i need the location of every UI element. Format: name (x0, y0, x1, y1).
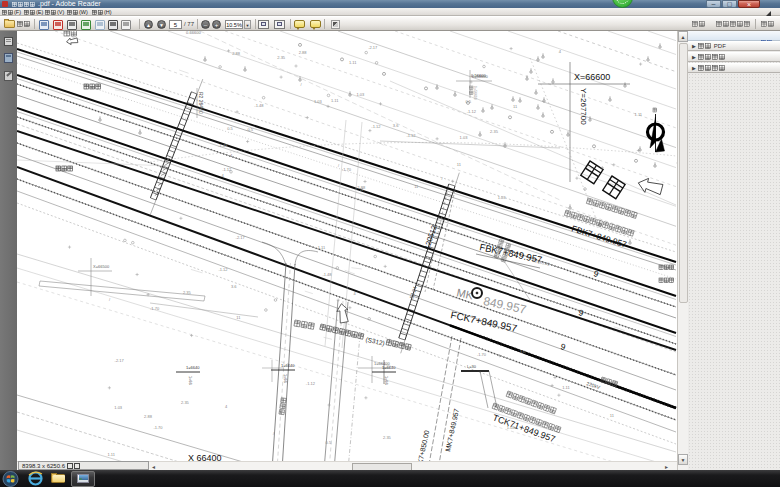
svg-text:11: 11 (457, 162, 462, 167)
svg-text:1=66: 1=66 (283, 374, 287, 383)
svg-text:3.6: 3.6 (393, 123, 399, 128)
svg-text:-1.12: -1.12 (467, 109, 477, 114)
svg-text:1.11: 1.11 (349, 60, 357, 65)
svg-text:2.35: 2.35 (383, 435, 392, 440)
svg-text:0.5: 0.5 (227, 126, 233, 131)
svg-text:9: 9 (577, 307, 584, 318)
svg-text:11: 11 (610, 413, 615, 418)
svg-text:1.11: 1.11 (331, 98, 339, 103)
svg-text:1.03: 1.03 (460, 135, 469, 140)
svg-text:1.03: 1.03 (507, 425, 516, 430)
svg-text:/: / (338, 163, 340, 168)
svg-text:1=66: 1=66 (384, 376, 388, 385)
svg-text:FBK7+849.957: FBK7+849.957 (570, 223, 628, 249)
svg-text:11: 11 (236, 315, 241, 320)
svg-text:(S312): (S312) (365, 336, 386, 348)
svg-text:L=30: L=30 (467, 364, 477, 369)
svg-text:-1.12: -1.12 (306, 381, 316, 386)
svg-text:4: 4 (559, 49, 562, 54)
svg-text:-1.48: -1.48 (218, 143, 228, 148)
svg-text:0-56600: 0-56600 (471, 73, 486, 78)
svg-text:1.11: 1.11 (107, 452, 115, 457)
svg-text:1.03: 1.03 (114, 405, 123, 410)
svg-text:Y=267700: Y=267700 (579, 88, 588, 125)
svg-text:R2 26400: R2 26400 (198, 92, 204, 114)
svg-text:849.957: 849.957 (482, 294, 528, 317)
svg-text:-2.17: -2.17 (236, 235, 246, 240)
svg-text:2.35: 2.35 (183, 290, 192, 295)
svg-text:0-66600: 0-66600 (186, 31, 201, 35)
svg-text:4: 4 (221, 173, 224, 178)
svg-text:-1.12: -1.12 (371, 124, 381, 129)
svg-text:2.88: 2.88 (299, 50, 308, 55)
svg-text:-1.48: -1.48 (254, 103, 264, 108)
svg-text:2.35: 2.35 (490, 129, 499, 134)
svg-text:-2.17: -2.17 (115, 358, 125, 363)
svg-text:-1.70: -1.70 (477, 352, 487, 357)
svg-text:/: / (300, 82, 302, 87)
svg-text:1.11: 1.11 (318, 245, 326, 250)
svg-text:MK7+849.957: MK7+849.957 (444, 408, 460, 452)
svg-text:40.163.82: 40.163.82 (532, 258, 551, 267)
svg-text:4: 4 (230, 153, 233, 158)
svg-text:2.88: 2.88 (144, 414, 153, 419)
svg-text:1=6640: 1=6640 (186, 365, 200, 370)
svg-text:-1.70: -1.70 (150, 306, 160, 311)
svg-text:2.88: 2.88 (232, 51, 241, 56)
svg-text:220kV: 220kV (586, 380, 602, 390)
svg-text:1=6640: 1=6640 (382, 365, 396, 370)
svg-text:0=56600: 0=56600 (473, 86, 477, 100)
svg-text:-1.70: -1.70 (342, 167, 352, 172)
svg-text:11: 11 (513, 104, 518, 109)
svg-text:1.03: 1.03 (498, 195, 507, 200)
svg-text:1.03: 1.03 (356, 92, 365, 97)
svg-text:0.5: 0.5 (247, 127, 253, 132)
svg-text:3.6: 3.6 (231, 284, 237, 289)
svg-text:X=66500: X=66500 (93, 264, 110, 269)
svg-text:/: / (442, 176, 444, 181)
svg-text:1=6640: 1=6640 (281, 363, 295, 368)
svg-text:2.35: 2.35 (181, 400, 190, 405)
svg-text:120512: 120512 (422, 224, 438, 251)
svg-text:-1.12: -1.12 (222, 167, 232, 172)
svg-text:2.35: 2.35 (277, 55, 286, 60)
svg-text:-2.17: -2.17 (368, 45, 378, 50)
svg-text:1.11: 1.11 (562, 385, 570, 390)
svg-text:1.11: 1.11 (635, 112, 643, 117)
svg-text:/: / (109, 297, 111, 302)
svg-text:-1.48: -1.48 (322, 272, 332, 277)
svg-text:0.5: 0.5 (326, 440, 332, 445)
svg-text:-1.70: -1.70 (153, 425, 163, 430)
svg-text:0.5: 0.5 (465, 99, 471, 104)
svg-text:4: 4 (225, 404, 228, 409)
svg-text:1.03: 1.03 (314, 99, 323, 104)
svg-text:1=66: 1=66 (188, 376, 192, 385)
svg-text:X=66600: X=66600 (574, 72, 610, 82)
svg-text:-1.12: -1.12 (218, 267, 228, 272)
svg-text:-1.12: -1.12 (406, 133, 416, 138)
svg-text:3.6: 3.6 (519, 349, 525, 354)
